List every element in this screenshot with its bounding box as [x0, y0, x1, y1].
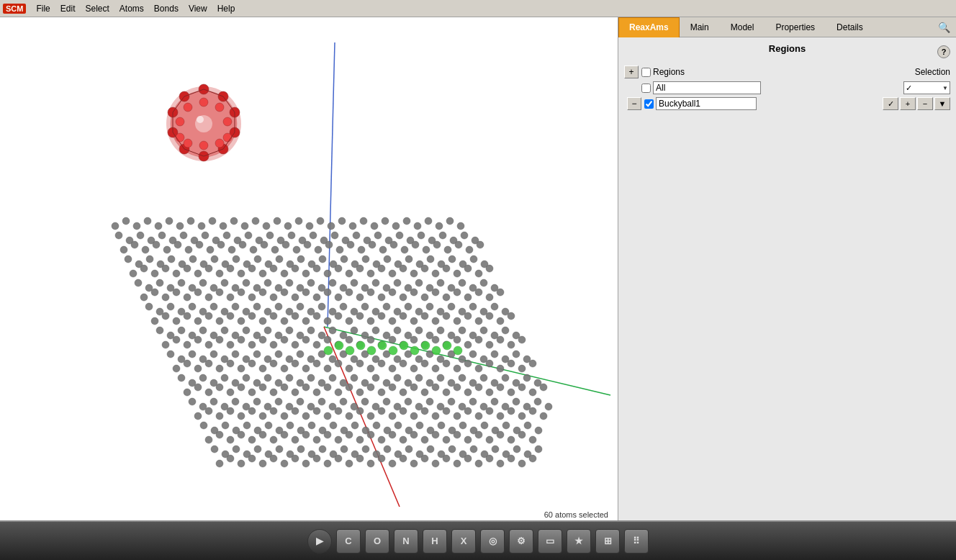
element-n-button[interactable]: N	[394, 529, 418, 554]
search-icon[interactable]: 🔍	[932, 20, 956, 35]
svg-point-675	[227, 455, 234, 462]
settings-button[interactable]: ⚙	[509, 529, 533, 554]
menu-atoms[interactable]: Atoms	[115, 2, 148, 15]
svg-point-683	[313, 455, 320, 462]
svg-point-685	[335, 455, 342, 462]
svg-point-645	[233, 446, 240, 453]
svg-point-78	[196, 241, 203, 248]
svg-point-121	[297, 256, 305, 263]
svg-point-486	[259, 384, 266, 391]
svg-point-506	[475, 384, 482, 391]
buckyball-region-input[interactable]	[656, 97, 757, 110]
menu-bonds[interactable]: Bonds	[150, 2, 183, 15]
panel-content: Regions ? + Regions Selection	[618, 37, 956, 520]
svg-point-700	[497, 460, 504, 467]
ring-button[interactable]: ◎	[480, 529, 505, 554]
svg-point-237	[464, 294, 472, 301]
svg-point-642	[529, 436, 536, 443]
star-button[interactable]: ★	[567, 529, 591, 554]
svg-point-9	[166, 217, 173, 225]
svg-point-241	[145, 303, 153, 310]
svg-point-617	[259, 431, 266, 438]
svg-point-49	[245, 232, 252, 239]
svg-point-735	[184, 139, 192, 148]
menu-file[interactable]: File	[32, 2, 54, 15]
svg-point-570	[443, 407, 450, 415]
tab-details[interactable]: Details	[826, 17, 874, 37]
tab-properties[interactable]: Properties	[765, 17, 826, 37]
svg-point-243	[167, 303, 174, 310]
rectangle-button[interactable]: ▭	[538, 529, 562, 554]
svg-point-307	[497, 317, 504, 325]
svg-point-175	[156, 279, 163, 286]
svg-point-482	[216, 384, 223, 391]
right-panel: ReaxAms Main Model Properties Details 🔍 …	[618, 17, 956, 520]
svg-point-557	[302, 412, 310, 420]
add-region-button[interactable]: +	[624, 66, 639, 78]
svg-point-561	[346, 412, 353, 420]
menu-select[interactable]: Select	[81, 2, 113, 15]
menu-help[interactable]: Help	[213, 2, 240, 15]
svg-point-96	[390, 241, 397, 248]
svg-point-195	[372, 279, 379, 286]
svg-point-496	[367, 384, 374, 391]
help-button[interactable]: ?	[937, 45, 950, 58]
svg-point-517	[232, 398, 239, 405]
play-button[interactable]: ▶	[307, 529, 332, 554]
svg-point-145	[194, 270, 202, 277]
selection-dropdown-all[interactable]: ✓ ▼	[903, 81, 950, 94]
svg-point-442	[508, 360, 515, 367]
svg-point-6	[133, 222, 140, 230]
all-region-input[interactable]	[653, 81, 761, 94]
remove-region-button[interactable]: −	[627, 97, 641, 110]
buckyball-remove-btn[interactable]: −	[917, 97, 933, 110]
svg-point-713	[421, 341, 430, 350]
menu-edit[interactable]: Edit	[56, 2, 80, 15]
svg-point-508	[497, 384, 504, 391]
svg-point-449	[221, 374, 228, 381]
svg-point-691	[400, 455, 407, 462]
svg-point-626	[356, 436, 364, 443]
buckyball-val-btn[interactable]: ✓	[883, 97, 898, 110]
svg-point-490	[302, 384, 310, 391]
svg-point-608	[502, 422, 510, 429]
grid-button[interactable]: ⊞	[595, 529, 620, 554]
buckyball-dropdown-btn[interactable]: ▼	[934, 97, 950, 110]
element-h-button[interactable]: H	[423, 529, 447, 554]
svg-point-144	[184, 265, 191, 272]
tab-main[interactable]: Main	[680, 17, 720, 37]
svg-point-485	[248, 389, 256, 396]
tab-reaxams[interactable]: ReaxAms	[618, 17, 680, 37]
buckyball-checkbox[interactable]	[644, 99, 654, 109]
svg-point-707	[356, 341, 365, 350]
element-o-button[interactable]: O	[365, 529, 389, 554]
dots-button[interactable]: ⠿	[624, 529, 649, 554]
svg-point-533	[405, 398, 412, 405]
element-x-button[interactable]: X	[451, 529, 476, 554]
regions-checkbox[interactable]	[641, 68, 651, 77]
svg-point-545	[534, 398, 541, 405]
menu-view[interactable]: View	[184, 2, 212, 15]
svg-point-555	[281, 412, 288, 420]
all-checkbox[interactable]	[641, 83, 651, 93]
svg-point-67	[439, 232, 446, 239]
svg-point-696	[454, 460, 461, 467]
svg-point-622	[313, 436, 320, 443]
svg-point-309	[156, 327, 163, 334]
buckyball-add-btn[interactable]: +	[900, 97, 916, 110]
svg-point-20	[284, 222, 292, 230]
svg-point-375	[508, 341, 515, 348]
svg-point-354	[281, 336, 288, 343]
svg-point-487	[270, 389, 277, 396]
svg-point-181	[221, 279, 228, 286]
viewport[interactable]: // Not executing here, using static SVG	[0, 17, 618, 520]
svg-point-221	[292, 294, 299, 301]
element-c-button[interactable]: C	[336, 529, 361, 554]
svg-point-433	[410, 365, 418, 372]
svg-point-407	[491, 351, 498, 358]
svg-point-37	[115, 232, 122, 239]
tab-model[interactable]: Model	[720, 17, 765, 37]
svg-point-77	[185, 246, 192, 253]
svg-point-568	[421, 407, 428, 415]
svg-point-47	[223, 232, 230, 239]
